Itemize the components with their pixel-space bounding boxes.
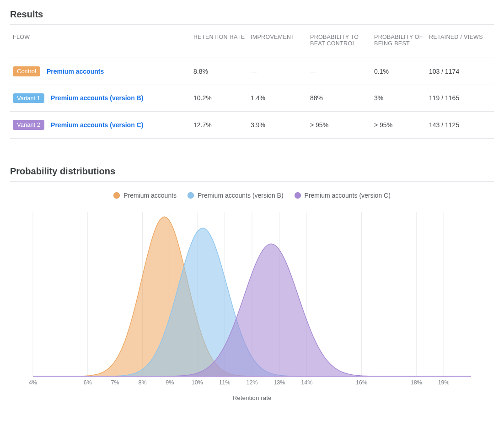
- svg-text:7%: 7%: [111, 379, 119, 386]
- svg-text:16%: 16%: [356, 379, 367, 386]
- divider: [10, 24, 494, 25]
- svg-text:11%: 11%: [219, 379, 231, 386]
- distributions-title: Probability distributions: [10, 166, 494, 177]
- svg-text:8%: 8%: [138, 379, 146, 386]
- legend-item[interactable]: Premium accounts: [113, 192, 177, 199]
- prob-best-cell: 3%: [371, 85, 426, 112]
- legend-swatch-icon: [113, 192, 120, 199]
- legend-label: Premium accounts (version B): [198, 192, 284, 199]
- svg-text:18%: 18%: [411, 379, 422, 386]
- improvement-cell: 1.4%: [248, 85, 307, 112]
- results-table: FLOW RETENTION RATE IMPROVEMENT PROBABIL…: [10, 27, 494, 139]
- variant-badge: Variant 1: [13, 93, 44, 103]
- legend-swatch-icon: [295, 192, 301, 199]
- legend-label: Premium accounts (version C): [305, 192, 391, 199]
- col-prob-best: PROBABILITY OF BEING BEST: [371, 27, 426, 58]
- svg-text:12%: 12%: [247, 379, 258, 386]
- col-flow: FLOW: [10, 27, 191, 58]
- svg-text:19%: 19%: [438, 379, 450, 386]
- improvement-cell: 3.9%: [248, 112, 307, 139]
- legend-label: Premium accounts: [123, 192, 177, 199]
- results-title: Results: [10, 9, 494, 20]
- svg-text:10%: 10%: [192, 379, 203, 386]
- prob-best-cell: > 95%: [371, 112, 426, 139]
- col-retention: RETENTION RATE: [191, 27, 248, 58]
- retention-cell: 8.8%: [191, 58, 248, 85]
- retention-cell: 12.7%: [191, 112, 248, 139]
- chart-legend: Premium accountsPremium accounts (versio…: [10, 192, 494, 199]
- retention-cell: 10.2%: [191, 85, 248, 112]
- retained-views-cell: 119 / 1165: [426, 85, 494, 112]
- svg-text:13%: 13%: [273, 379, 285, 386]
- svg-text:4%: 4%: [29, 379, 37, 386]
- table-row: ControlPremium accounts8.8%——0.1%103 / 1…: [10, 58, 494, 85]
- prob-beat-cell: 88%: [307, 85, 371, 112]
- retained-views-cell: 143 / 1125: [426, 112, 494, 139]
- retained-views-cell: 103 / 1174: [426, 58, 494, 85]
- prob-beat-cell: —: [307, 58, 371, 85]
- flow-link[interactable]: Premium accounts (version B): [51, 94, 143, 102]
- variant-badge: Variant 2: [13, 120, 44, 130]
- legend-item[interactable]: Premium accounts (version B): [188, 192, 284, 199]
- legend-item[interactable]: Premium accounts (version C): [295, 192, 391, 199]
- col-prob-beat: PROBABILITY TO BEAT CONTROL: [307, 27, 371, 58]
- table-row: Variant 1Premium accounts (version B)10.…: [10, 85, 494, 112]
- col-improvement: IMPROVEMENT: [248, 27, 307, 58]
- variant-badge: Control: [13, 66, 40, 76]
- table-row: Variant 2Premium accounts (version C)12.…: [10, 112, 494, 139]
- improvement-cell: —: [248, 58, 307, 85]
- prob-beat-cell: > 95%: [307, 112, 371, 139]
- col-retained-views: RETAINED / VIEWS: [426, 27, 494, 58]
- flow-link[interactable]: Premium accounts: [47, 68, 104, 75]
- prob-best-cell: 0.1%: [371, 58, 426, 85]
- svg-text:6%: 6%: [84, 379, 92, 386]
- flow-link[interactable]: Premium accounts (version C): [51, 121, 143, 129]
- divider: [10, 181, 494, 182]
- x-axis-label: Retention rate: [19, 394, 485, 401]
- probability-chart: 4%6%7%8%9%10%11%12%13%14%16%18%19% Reten…: [19, 207, 485, 401]
- legend-swatch-icon: [188, 192, 194, 199]
- svg-text:9%: 9%: [166, 379, 174, 386]
- svg-text:14%: 14%: [301, 379, 312, 386]
